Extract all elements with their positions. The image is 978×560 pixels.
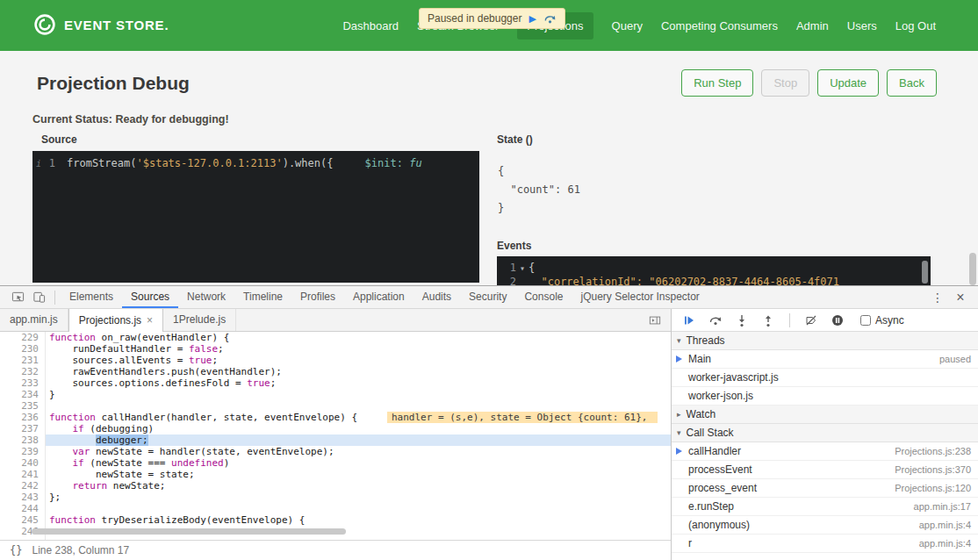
code-text: }; — [46, 492, 671, 503]
nav-item-log-out[interactable]: Log Out — [895, 12, 936, 39]
tab-audits[interactable]: Audits — [413, 286, 460, 308]
line-number[interactable]: 241 — [0, 469, 46, 480]
debugger-sidebar: Async ▾ThreadsMainpausedworker-javascrip… — [672, 309, 978, 560]
line-number[interactable]: 236 — [0, 412, 46, 423]
line-number[interactable]: 233 — [0, 377, 46, 389]
source-editor[interactable]: i 1 fromStream('$stats-127.0.0.1:2113').… — [32, 151, 479, 283]
section-header-call-stack[interactable]: ▾Call Stack — [672, 424, 978, 442]
debugger-toolbar: Async — [672, 309, 978, 332]
resume-icon — [682, 313, 696, 327]
threads-row[interactable]: Mainpaused — [672, 350, 978, 369]
code-text: runDefaultHandler = false; — [46, 343, 671, 355]
eventstore-logo[interactable]: EVENT STORE. — [33, 13, 169, 36]
banner-resume-icon[interactable]: ▶ — [529, 14, 536, 24]
nav-item-dashboard[interactable]: Dashboard — [342, 12, 399, 39]
editor-status-bar: {} Line 238, Column 17 — [0, 540, 671, 560]
line-number[interactable]: 232 — [0, 366, 46, 377]
file-bar-right — [644, 309, 671, 331]
line-number[interactable]: 239 — [0, 446, 46, 457]
events-scrollbar[interactable] — [922, 261, 928, 284]
source-code-line: i 1 fromStream('$stats-127.0.0.1:2113').… — [32, 151, 479, 169]
cursor-position: Line 238, Column 17 — [32, 544, 129, 556]
tab-profiles[interactable]: Profiles — [291, 286, 344, 308]
devtools-close-icon[interactable]: × — [950, 287, 971, 308]
devtools-menu-icon[interactable]: ⋮ — [927, 287, 948, 308]
code-editor[interactable]: 229function on_raw(eventHandler) {230 ru… — [0, 332, 671, 540]
pause-on-exceptions-button[interactable] — [827, 310, 848, 331]
call-stack-row[interactable]: rapp.min.js:4 — [672, 535, 978, 553]
events-editor[interactable]: 1▾{2 "correlationId": "06202702-8837-446… — [497, 256, 931, 285]
step-out-button[interactable] — [758, 310, 779, 331]
file-tab-app-min-js[interactable]: app.min.js — [0, 309, 68, 331]
code-line: 241 newState = state; — [0, 469, 671, 480]
call-stack-row[interactable]: (anonymous)app.min.js:4 — [672, 516, 978, 535]
line-number[interactable]: 231 — [0, 355, 46, 366]
line-number[interactable]: 229 — [0, 332, 46, 343]
async-checkbox[interactable] — [860, 315, 871, 326]
call-stack-row[interactable]: e.runStepapp.min.js:17 — [672, 498, 978, 516]
line-number[interactable]: 240 — [0, 457, 46, 469]
page-scrollbar[interactable] — [969, 253, 976, 285]
tab-application[interactable]: Application — [344, 286, 413, 308]
line-number[interactable]: 245 — [0, 514, 46, 526]
code-line: 239 var newState = handler(state, eventE… — [0, 446, 671, 457]
tab-sources[interactable]: Sources — [122, 286, 178, 308]
file-tab-projections-js[interactable]: Projections.js× — [68, 309, 163, 332]
line-number[interactable]: 237 — [0, 423, 46, 434]
row-label: processEvent — [688, 463, 752, 476]
pretty-print-icon[interactable]: {} — [0, 544, 32, 556]
section-header-threads[interactable]: ▾Threads — [672, 332, 978, 350]
line-number[interactable]: 243 — [0, 492, 46, 503]
nav-item-users[interactable]: Users — [847, 12, 877, 39]
line-number[interactable]: 230 — [0, 343, 46, 355]
tab-network[interactable]: Network — [178, 286, 234, 308]
step-into-button[interactable] — [731, 310, 752, 331]
back-button[interactable]: Back — [887, 69, 937, 97]
stop-button[interactable]: Stop — [761, 69, 809, 97]
deactivate-breakpoints-button[interactable] — [801, 310, 822, 331]
call-stack-row[interactable]: processEventProjections.js:370 — [672, 461, 978, 479]
call-stack-row[interactable]: callHandlerProjections.js:238 — [672, 442, 978, 461]
code-line: 232 rawEventHandlers.push(eventHandler); — [0, 366, 671, 377]
row-detail: Projections.js:370 — [888, 464, 971, 475]
line-number[interactable]: 234 — [0, 389, 46, 400]
file-tab-1prelude-js[interactable]: 1Prelude.js — [163, 309, 236, 331]
code-text: var newState = handler(state, eventEnvel… — [46, 446, 671, 457]
inspect-element-button[interactable] — [7, 287, 28, 308]
async-toggle[interactable]: Async — [860, 314, 904, 327]
info-icon: i — [32, 157, 45, 169]
tab-console[interactable]: Console — [515, 286, 572, 308]
banner-step-over-icon[interactable] — [543, 12, 557, 25]
resume-script-button[interactable] — [679, 310, 700, 331]
threads-row[interactable]: worker-javascript.js — [672, 369, 978, 387]
nav-item-competing-consumers[interactable]: Competing Consumers — [661, 12, 778, 39]
nav-item-query[interactable]: Query — [612, 12, 643, 39]
threads-row[interactable]: worker-json.js — [672, 387, 978, 406]
code-text — [46, 503, 671, 514]
close-tab-icon[interactable]: × — [147, 310, 153, 332]
line-number[interactable]: 242 — [0, 480, 46, 492]
call-stack-row[interactable]: process_eventProjections.js:120 — [672, 479, 978, 498]
update-button[interactable]: Update — [817, 69, 879, 97]
line-number[interactable]: 238 — [0, 434, 46, 446]
toggle-device-toolbar-button[interactable] — [28, 287, 49, 308]
tab-elements[interactable]: Elements — [61, 286, 122, 308]
line-number[interactable]: 244 — [0, 503, 46, 514]
code-segment: { — [529, 262, 535, 274]
page-title: Projection Debug — [37, 73, 190, 94]
horizontal-scrollbar[interactable] — [32, 528, 346, 535]
tab-timeline[interactable]: Timeline — [234, 286, 291, 308]
code-text: if (newState === undefined) — [46, 457, 671, 469]
code-segment: $init: — [365, 157, 410, 169]
line-number[interactable]: 235 — [0, 400, 46, 412]
devtools-panel: ElementsSourcesNetworkTimelineProfilesAp… — [0, 285, 978, 560]
run-step-button[interactable]: Run Step — [681, 69, 753, 97]
nav-item-admin[interactable]: Admin — [796, 12, 829, 39]
toggle-sidebar-button[interactable] — [644, 310, 665, 331]
tab-jquery-selector-inspector[interactable]: jQuery Selector Inspector — [572, 286, 708, 308]
devtools-toolbar: ElementsSourcesNetworkTimelineProfilesAp… — [0, 286, 978, 309]
sources-editor-pane: app.min.jsProjections.js×1Prelude.js 229… — [0, 309, 672, 560]
step-over-button[interactable] — [705, 310, 726, 331]
tab-security[interactable]: Security — [460, 286, 515, 308]
section-header-watch[interactable]: ▸Watch — [672, 406, 978, 424]
